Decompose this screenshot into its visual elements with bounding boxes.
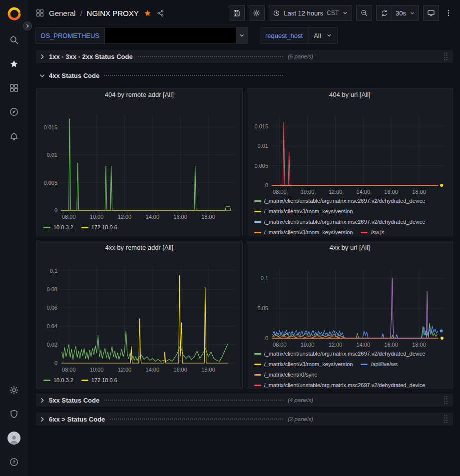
kebab-menu-button[interactable] (443, 5, 454, 21)
sidebar-item-profile[interactable] (6, 430, 22, 446)
breadcrumb: General / NGINX PROXY (35, 8, 165, 17)
svg-text:0.01: 0.01 (47, 152, 57, 158)
favorite-star-button[interactable] (143, 9, 152, 17)
legend-item[interactable]: /_matrix/client/unstable/org.matrix.msc2… (254, 197, 426, 205)
datasource-value-dropdown[interactable] (105, 27, 236, 44)
legend-item[interactable]: /_matrix/client/r0/sync (254, 371, 317, 379)
legend-marker (43, 380, 50, 381)
share-button[interactable] (156, 9, 165, 17)
time-range-picker[interactable]: Last 12 hours CST (269, 5, 352, 21)
main-area: General / NGINX PROXY L (27, 0, 460, 476)
legend-item[interactable]: /_matrix/client/v3/room_keys/version (254, 207, 353, 215)
svg-text:08:00: 08:00 (273, 342, 287, 348)
row-5xx[interactable]: 5xx Status Code (4 panels) (36, 394, 453, 407)
svg-text:0.005: 0.005 (43, 180, 57, 186)
chart[interactable]: 08:0010:0012:0014:0016:0018:0000.020.040… (39, 254, 239, 375)
sidebar-expand-button[interactable] (23, 21, 32, 30)
panel-legend: /_matrix/client/unstable/org.matrix.msc2… (250, 196, 450, 236)
legend-label: /_matrix/client/unstable/org.matrix.msc2… (264, 218, 426, 226)
datasource-caret[interactable] (236, 27, 248, 44)
panel-title[interactable]: 404 by uri [All] (250, 88, 450, 101)
legend-item[interactable]: /_matrix/client/unstable/org.matrix.msc2… (254, 381, 426, 389)
grafana-logo[interactable] (6, 5, 22, 21)
sidebar-item-dashboards[interactable] (6, 80, 22, 96)
legend-marker (254, 200, 261, 202)
svg-text:18:00: 18:00 (412, 342, 426, 348)
chart[interactable]: 08:0010:0012:0014:0016:0018:0000.0050.01… (39, 101, 239, 222)
legend-label: /api/live/ws (371, 360, 398, 368)
dashboard-title[interactable]: NGINX PROXY (87, 9, 139, 17)
request-host-label[interactable]: request_host (260, 27, 308, 44)
zoom-out-time-button[interactable] (356, 5, 372, 21)
monitor-icon (427, 9, 435, 17)
panel-4xx-by-remote-addr: 4xx by remote addr [All] 08:0010:0012:00… (36, 241, 243, 389)
sidebar-item-search[interactable] (6, 32, 22, 48)
refresh-interval-value: 30s (396, 9, 406, 17)
legend-marker (43, 227, 50, 228)
row-drag-handle[interactable] (444, 52, 448, 61)
chevron-right-icon (39, 397, 47, 404)
panel-title[interactable]: 4xx by remote addr [All] (39, 241, 239, 254)
legend-item[interactable]: 172.18.0.6 (81, 223, 117, 231)
legend-item[interactable]: /api/live/ws (361, 360, 398, 368)
dashboard-settings-button[interactable] (249, 5, 265, 21)
row-1xx-3xx-2xx[interactable]: 1xx - 3xx - 2xx Status Code (6 panels) (36, 50, 453, 63)
svg-text:0.02: 0.02 (47, 342, 57, 348)
legend-item[interactable]: 10.0.3.2 (43, 376, 73, 384)
row-title: 5xx Status Code (49, 397, 99, 404)
panel-legend: 10.0.3.2172.18.0.6 (39, 222, 239, 231)
svg-text:0: 0 (265, 335, 268, 341)
row-leader-dots (110, 419, 283, 420)
legend-label: 10.0.3.2 (53, 223, 73, 231)
refresh-button[interactable] (376, 5, 392, 21)
shield-icon (9, 409, 19, 419)
chart[interactable]: 08:0010:0012:0014:0016:0018:0000.0050.01… (250, 101, 450, 196)
refresh-interval-dropdown[interactable]: 30s (392, 5, 419, 21)
save-dashboard-button[interactable] (229, 5, 245, 21)
tv-mode-button[interactable] (423, 5, 439, 21)
legend-item[interactable]: 10.0.3.2 (43, 223, 73, 231)
row-drag-handle[interactable] (444, 396, 448, 405)
breadcrumb-folder[interactable]: General (49, 9, 75, 17)
legend-item[interactable]: /sw.js (361, 228, 384, 236)
legend-marker (254, 364, 261, 365)
sidebar-item-help[interactable]: ? (6, 454, 22, 470)
top-toolbar: General / NGINX PROXY L (27, 0, 460, 26)
panel-title[interactable]: 404 by remote addr [All] (39, 88, 239, 101)
legend-item[interactable]: 172.18.0.6 (81, 376, 117, 384)
sidebar-item-configuration[interactable] (6, 382, 22, 398)
chart[interactable]: 08:0010:0012:0014:0016:0018:0000.050.1 (250, 254, 450, 349)
svg-text:0.04: 0.04 (47, 323, 57, 329)
row-4xx[interactable]: 4xx Status Code (36, 69, 453, 82)
row-6xx[interactable]: 6xx > Status Code (2 panels) (36, 413, 453, 426)
request-host-dropdown[interactable]: All (308, 27, 337, 44)
panel-title[interactable]: 4xx by uri [All] (250, 241, 450, 254)
sidebar: ? (0, 0, 27, 476)
legend-item[interactable]: /_matrix/client/unstable/org.matrix.msc2… (254, 350, 426, 358)
legend-label: /_matrix/client/v3/room_keys/version (264, 228, 353, 236)
grafana-app: ? General / NGINX PROXY (0, 0, 460, 476)
sidebar-item-starred[interactable] (6, 56, 22, 72)
svg-text:0.015: 0.015 (254, 123, 268, 129)
svg-text:0.1: 0.1 (260, 275, 268, 281)
panel-legend: /_matrix/client/unstable/org.matrix.msc2… (250, 349, 450, 389)
legend-item[interactable]: /_matrix/client/v3/room_keys/version (254, 360, 353, 368)
svg-text:0.01: 0.01 (257, 143, 268, 149)
datasource-label[interactable]: DS_PROMETHEUS (35, 27, 105, 44)
svg-text:0.1: 0.1 (50, 268, 57, 274)
svg-text:12:00: 12:00 (328, 342, 342, 348)
panel-404-by-uri: 404 by uri [All] 08:0010:0012:0014:0016:… (247, 88, 454, 236)
chevron-down-icon (410, 10, 415, 16)
svg-text:10:00: 10:00 (300, 189, 314, 195)
sidebar-item-server-admin[interactable] (6, 406, 22, 422)
legend-label: /_matrix/client/r0/sync (264, 371, 317, 379)
toolbar-actions: Last 12 hours CST 30s (229, 5, 454, 21)
legend-item[interactable]: /_matrix/client/v3/room_keys/version (254, 228, 353, 236)
row-drag-handle[interactable] (444, 415, 448, 424)
svg-text:0: 0 (54, 360, 57, 366)
sidebar-item-explore[interactable] (6, 104, 22, 120)
sidebar-nav (6, 32, 22, 144)
sidebar-item-alerting[interactable] (6, 128, 22, 144)
legend-item[interactable]: /_matrix/client/unstable/org.matrix.msc2… (254, 218, 426, 226)
sidebar-bottom: ? (6, 382, 22, 470)
